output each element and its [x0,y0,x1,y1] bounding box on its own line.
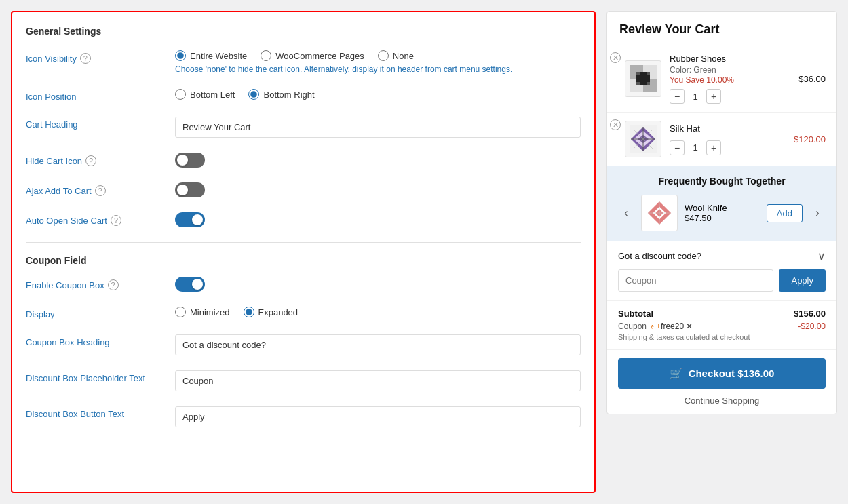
cart-heading-content [175,117,581,138]
item-1-qty-value: 1 [689,92,702,102]
coupon-box-heading-content [175,334,581,355]
settings-panel: General Settings Icon Visibility ? Entir… [11,11,596,493]
item-1-increase-button[interactable]: + [706,89,721,104]
item-1-decrease-button[interactable]: − [670,89,685,104]
entire-website-option[interactable]: Entire Website [175,50,247,61]
freq-add-button[interactable]: Add [767,204,803,222]
coupon-box-heading-input[interactable] [175,334,581,355]
expanded-radio[interactable] [244,307,254,317]
remove-item-1-button[interactable]: ✕ [610,52,621,63]
enable-coupon-box-track [175,277,205,292]
discount-button-input[interactable] [175,406,581,427]
auto-open-side-cart-toggle[interactable] [175,212,205,227]
minimized-option[interactable]: Minimized [175,307,230,317]
ajax-add-to-cart-toggle-wrap [175,182,581,197]
bottom-left-option[interactable]: Bottom Left [175,89,235,100]
subtotal-label: Subtotal [618,309,653,319]
auto-open-side-cart-row: Auto Open Side Cart ? [26,212,581,227]
freq-prev-button[interactable]: ‹ [618,205,634,221]
cart-heading-input[interactable] [175,117,581,138]
minimized-radio[interactable] [175,307,186,317]
divider [26,242,581,243]
item-2-decrease-button[interactable]: − [670,140,685,155]
item-2-qty-value: 1 [689,142,702,153]
discount-placeholder-label: Discount Box Placeholder Text [26,370,161,383]
item-2-info: Silk Hat − 1 + [670,123,786,155]
enable-coupon-box-row: Enable Coupon Box ? [26,277,581,292]
cart-heading-label: Cart Heading [26,117,161,130]
item-2-name: Silk Hat [670,123,786,134]
icon-position-radio-group: Bottom Left Bottom Right [175,89,581,100]
woocommerce-pages-label: WooCommerce Pages [275,51,364,61]
woocommerce-pages-option[interactable]: WooCommerce Pages [261,50,364,61]
totals-section: Subtotal $156.00 Coupon 🏷 free20 ✕ -$20.… [607,301,836,350]
item-1-save: You Save 10.00% [670,75,790,85]
bottom-left-radio[interactable] [175,89,186,100]
coupon-code: free20 [661,322,684,331]
coupon-toggle-section: Got a discount code? ∨ Apply [607,241,836,301]
woocommerce-pages-radio[interactable] [261,50,271,61]
freq-item-info: Wool Knife $47.50 [685,203,760,223]
enable-coupon-box-toggle[interactable] [175,277,205,292]
hide-cart-icon-label: Hide Cart Icon ? [26,153,161,166]
shipping-note: Shipping & taxes calculated at checkout [618,333,826,341]
svg-rect-6 [636,75,650,82]
item-1-meta: Color: Green [670,65,790,75]
remove-item-2-button[interactable]: ✕ [610,119,621,130]
icon-visibility-content: Entire Website WooCommerce Pages None Ch… [175,50,581,74]
ajax-add-to-cart-label: Ajax Add To Cart ? [26,182,161,196]
checkout-button[interactable]: 🛒 Checkout $136.00 [618,358,826,389]
entire-website-radio[interactable] [175,50,186,61]
display-content: Minimized Expanded [175,307,581,317]
display-row: Display Minimized Expanded [26,307,581,319]
ajax-add-to-cart-help[interactable]: ? [95,185,106,196]
auto-open-side-cart-help[interactable]: ? [111,215,121,226]
icon-position-row: Icon Position Bottom Left Bottom Right [26,89,581,102]
hide-cart-icon-help[interactable]: ? [85,155,96,166]
cart-preview-panel: Review Your Cart ✕ Rubber Shoes Color: G… [606,11,837,493]
enable-coupon-box-toggle-wrap [175,277,581,292]
cart-header: Review Your Cart [607,12,836,45]
freq-item-image [641,195,678,231]
hide-cart-icon-toggle[interactable] [175,153,205,168]
cart-title: Review Your Cart [619,22,824,37]
expanded-option[interactable]: Expanded [244,307,298,317]
hide-cart-icon-track [175,153,205,168]
discount-placeholder-input[interactable] [175,370,581,391]
coupon-remove-icon[interactable]: ✕ [686,322,693,331]
ajax-add-to-cart-track [175,182,205,197]
freq-item-name: Wool Knife [685,203,760,213]
coupon-box-heading-row: Coupon Box Heading [26,334,581,355]
apply-coupon-button[interactable]: Apply [779,269,826,292]
continue-shopping-link[interactable]: Continue Shopping [618,395,826,406]
freq-item-price: $47.50 [685,213,760,223]
enable-coupon-box-help[interactable]: ? [108,279,119,290]
frequently-bought-section: Frequently Bought Together ‹ Wool Knife [607,166,836,241]
ajax-add-to-cart-toggle[interactable] [175,182,205,197]
cart-item: ✕ Rubber Shoes Color: Green You Save 10.… [607,45,836,113]
item-2-price: $120.00 [794,134,826,144]
auto-open-side-cart-toggle-wrap [175,212,581,227]
discount-button-row: Discount Box Button Text [26,406,581,427]
bottom-right-option[interactable]: Bottom Right [248,89,314,100]
freq-next-button[interactable]: › [809,205,826,221]
hide-cart-icon-row: Hide Cart Icon ? [26,153,581,168]
display-label: Display [26,307,161,319]
item-2-increase-button[interactable]: + [706,140,721,155]
coupon-toggle-row[interactable]: Got a discount code? ∨ [618,250,826,263]
auto-open-side-cart-label: Auto Open Side Cart ? [26,212,161,226]
checkout-section: 🛒 Checkout $136.00 Continue Shopping [607,350,836,414]
coupon-input[interactable] [618,269,773,292]
coupon-box-heading-label: Coupon Box Heading [26,334,161,347]
item-1-image [625,60,661,97]
ajax-add-to-cart-row: Ajax Add To Cart ? [26,182,581,197]
none-radio[interactable] [378,50,389,61]
discount-placeholder-row: Discount Box Placeholder Text [26,370,581,391]
cart-item: ✕ Silk Hat − 1 + [607,113,836,166]
bottom-right-radio[interactable] [248,89,259,100]
icon-visibility-row: Icon Visibility ? Entire Website WooComm… [26,50,581,74]
display-radio-group: Minimized Expanded [175,307,581,317]
none-option[interactable]: None [378,50,414,61]
icon-visibility-help-icon[interactable]: ? [80,53,91,64]
checkout-button-label: Checkout $136.00 [689,368,775,379]
